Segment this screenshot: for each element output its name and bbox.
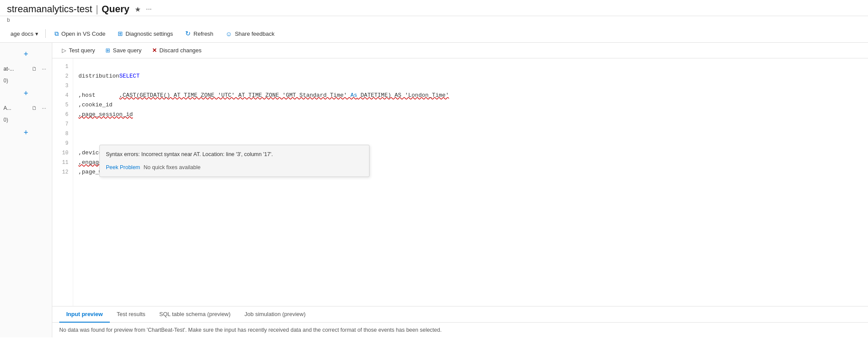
ln-6: 6 [52, 110, 68, 119]
line-numbers: 1 2 3 4 5 6 7 8 9 10 11 12 [52, 58, 73, 306]
star-icon[interactable]: ★ [135, 5, 141, 14]
tab-sql-table-schema[interactable]: SQL table schema (preview) [153, 306, 238, 323]
query-toolbar: ▷ Test query ⊞ Save query ✕ Discard chan… [52, 43, 868, 58]
code-editor[interactable]: 1 2 3 4 5 6 7 8 9 10 11 12 SELECT [52, 58, 868, 306]
sidebar-item-2-label: A... [3, 105, 28, 111]
tab-input-preview[interactable]: Input preview [59, 306, 110, 323]
ln-7: 7 [52, 119, 68, 129]
diagnostic-settings-icon: ⊞ [118, 30, 123, 37]
save-query-label: Save query [113, 47, 142, 54]
share-feedback-icon: ☺ [226, 30, 232, 37]
toolbar: age docs ▾ ⧉ Open in VS Code ⊞ Diagnosti… [0, 25, 868, 43]
ln-9: 9 [52, 139, 68, 148]
discard-label: Discard changes [159, 47, 202, 54]
sidebar-item-2[interactable]: A... 🗋 ··· [0, 101, 52, 115]
save-query-icon: ⊞ [105, 47, 110, 54]
share-feedback-label: Share feedback [235, 31, 275, 37]
sidebar-add-bottom-button[interactable]: + [19, 126, 33, 139]
sidebar-add-top-button[interactable]: + [19, 48, 33, 60]
peek-problem-link[interactable]: Peek Problem [106, 163, 140, 172]
docs-chevron: ▾ [35, 31, 38, 37]
refresh-icon: ↻ [185, 30, 191, 37]
diagnostic-settings-label: Diagnostic settings [125, 31, 173, 37]
error-tooltip: Syntax errors: Incorrect syntax near AT.… [99, 145, 370, 177]
test-query-icon: ▷ [62, 47, 66, 54]
ln-3: 3 [52, 81, 68, 91]
sidebar: + at-... 🗋 ··· 0) + A... 🗋 ··· 0) + [0, 43, 52, 337]
docs-dropdown-button[interactable]: age docs ▾ [7, 28, 42, 39]
share-feedback-button[interactable]: ☺ Share feedback [220, 28, 280, 40]
bottom-tabs: Input preview Test results SQL table sch… [52, 306, 868, 323]
docs-label: age docs [10, 31, 34, 37]
main-layout: + at-... 🗋 ··· 0) + A... 🗋 ··· 0) + ▷ Te… [0, 43, 868, 337]
sidebar-item-2-more-icon[interactable]: ··· [40, 104, 48, 112]
save-query-button[interactable]: ⊞ Save query [101, 45, 146, 55]
discard-changes-button[interactable]: ✕ Discard changes [148, 45, 206, 55]
ln-5: 5 [52, 100, 68, 110]
tab-job-simulation[interactable]: Job simulation (preview) [237, 306, 312, 323]
code-line-6-squiggle: ,page_session_id [78, 111, 133, 118]
error-message: Syntax errors: Incorrect syntax near AT.… [106, 150, 363, 159]
refresh-label: Refresh [193, 31, 214, 37]
test-query-label: Test query [69, 47, 95, 54]
sidebar-item-1-doc-icon[interactable]: 🗋 [30, 65, 39, 73]
code-lines: 1 2 3 4 5 6 7 8 9 10 11 12 SELECT [52, 58, 868, 306]
ln-1: 1 [52, 62, 68, 71]
refresh-button[interactable]: ↻ Refresh [180, 27, 219, 40]
sidebar-item-1-more-icon[interactable]: ··· [40, 65, 48, 73]
title-icons: ★ ··· [135, 5, 152, 14]
page-title: Query [102, 3, 129, 15]
open-vs-code-button[interactable]: ⧉ Open in VS Code [49, 28, 111, 40]
open-vs-code-label: Open in VS Code [61, 31, 105, 37]
sidebar-item-1-label: at-... [3, 66, 28, 72]
sidebar-item-1-icons: 🗋 ··· [30, 65, 48, 73]
app-name: streamanalytics-test [7, 3, 92, 15]
sidebar-item-2-icons: 🗋 ··· [30, 104, 48, 112]
ln-11: 11 [52, 158, 68, 167]
sidebar-value-2: 0) [0, 115, 52, 125]
title-bar: streamanalytics-test | Query ★ ··· [0, 0, 868, 16]
ln-8: 8 [52, 129, 68, 139]
open-vs-code-icon: ⧉ [54, 30, 59, 37]
sidebar-item-2-doc-icon[interactable]: 🗋 [30, 104, 39, 112]
bottom-content: No data was found for preview from 'Char… [52, 323, 868, 337]
title-separator: | [96, 3, 98, 15]
code-line-7 [78, 119, 863, 129]
toolbar-divider-1 [45, 29, 46, 38]
keyword-select: SELECT [119, 73, 140, 79]
subtitle: b [0, 16, 868, 25]
editor-area: ▷ Test query ⊞ Save query ✕ Discard chan… [52, 43, 868, 337]
sidebar-add-mid-button[interactable]: + [19, 87, 33, 99]
bottom-message: No data was found for preview from 'Char… [59, 327, 441, 333]
no-quick-fixes-label: No quick fixes available [144, 163, 201, 172]
error-tooltip-footer: Peek Problem No quick fixes available [106, 163, 363, 172]
code-line-8 [78, 129, 863, 139]
code-line-3: ,CAST(GETDATE() AT TIME ZONE 'UTC' AT TI… [78, 81, 863, 91]
code-line-5: ,cookie_id [78, 100, 863, 110]
sidebar-item-1[interactable]: at-... 🗋 ··· [0, 62, 52, 76]
discard-icon: ✕ [152, 47, 157, 54]
code-line-1: SELECT [78, 62, 863, 71]
sidebar-value-1: 0) [0, 76, 52, 85]
ln-4: 4 [52, 91, 68, 100]
ln-2: 2 [52, 71, 68, 81]
tab-test-results[interactable]: Test results [110, 306, 153, 323]
code-line-6: ,page_session_id [78, 110, 863, 119]
code-line-3-squiggle: ,CAST(GETDATE() AT TIME ZONE 'UTC' AT TI… [119, 92, 449, 99]
test-query-button[interactable]: ▷ Test query [58, 45, 99, 55]
code-line-2: distribution [78, 71, 863, 81]
code-content[interactable]: SELECT distribution ,CAST(GETDATE() AT T… [73, 58, 868, 306]
ln-10: 10 [52, 148, 68, 158]
more-icon[interactable]: ··· [146, 5, 152, 13]
diagnostic-settings-button[interactable]: ⊞ Diagnostic settings [112, 28, 178, 39]
bottom-panel: Input preview Test results SQL table sch… [52, 306, 868, 337]
ln-12: 12 [52, 167, 68, 177]
